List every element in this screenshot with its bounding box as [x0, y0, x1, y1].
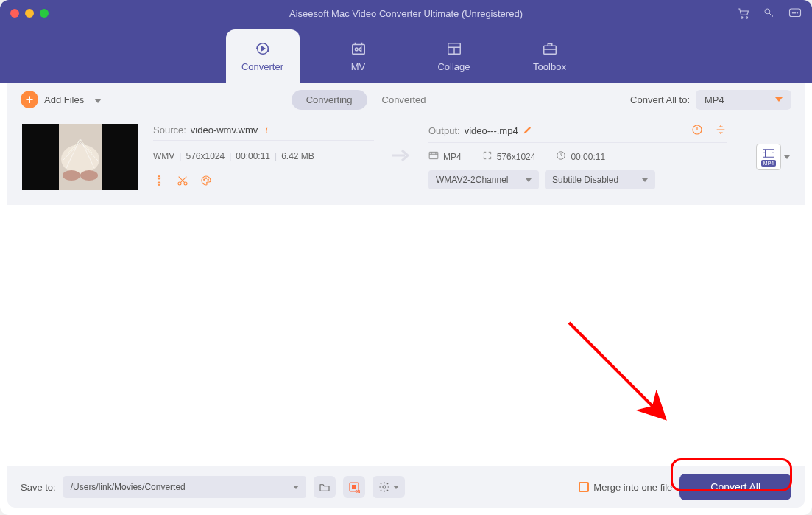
output-label: Output: — [428, 125, 460, 136]
cut-icon[interactable] — [177, 175, 188, 186]
arrow-right-icon — [392, 148, 411, 166]
close-window-button[interactable] — [10, 9, 19, 18]
video-icon — [428, 151, 439, 162]
file-row: Source: video-wmv.wmv i WMV| 576x1024| 0… — [22, 124, 790, 190]
save-to-path-value: /Users/link/Movies/Converted — [71, 482, 186, 492]
feedback-icon[interactable] — [788, 7, 802, 19]
add-files-label: Add Files — [44, 94, 84, 105]
subtitle-value: Subtitle Disabled — [552, 175, 618, 185]
svg-point-19 — [204, 179, 205, 180]
source-duration: 00:00:11 — [236, 151, 270, 161]
svg-point-0 — [741, 17, 743, 18]
tab-toolbox[interactable]: Toolbox — [513, 29, 587, 83]
palette-icon[interactable] — [200, 175, 212, 186]
tab-toolbox-label: Toolbox — [533, 61, 566, 72]
svg-rect-23 — [429, 152, 438, 158]
tab-converted[interactable]: Converted — [367, 90, 441, 110]
svg-point-4 — [792, 13, 794, 14]
audio-track-select[interactable]: WMAV2-2Channel — [428, 170, 539, 189]
key-icon[interactable] — [763, 7, 775, 19]
window-title: Aiseesoft Mac Video Converter Ultimate (… — [0, 8, 812, 19]
video-thumbnail[interactable] — [22, 124, 138, 190]
gpu-accel-button[interactable]: ON — [343, 476, 365, 498]
svg-point-5 — [794, 13, 796, 14]
svg-point-30 — [383, 486, 386, 488]
output-format: MP4 — [443, 152, 462, 162]
svg-rect-11 — [543, 46, 556, 54]
tab-collage-label: Collage — [437, 61, 470, 72]
source-resolution: 576x1024 — [186, 151, 225, 161]
convert-all-format-value: MP4 — [705, 94, 724, 105]
tab-mv[interactable]: MV — [322, 29, 395, 83]
svg-point-2 — [765, 9, 770, 14]
title-bar: Aiseesoft Mac Video Converter Ultimate (… — [0, 0, 812, 27]
source-format: WMV — [153, 151, 174, 161]
svg-point-1 — [746, 17, 747, 18]
sub-toolbar: + Add Files Converting Converted Convert… — [7, 83, 805, 116]
status-toggle: Converting Converted — [292, 90, 441, 110]
edit-icon[interactable] — [523, 125, 533, 137]
convert-all-to-label: Convert All to: — [630, 94, 690, 105]
format-card: MP4 — [756, 144, 781, 170]
svg-point-16 — [80, 170, 98, 181]
maximize-window-button[interactable] — [40, 9, 49, 18]
main-tabs: Converter MV Collage Toolbox — [0, 27, 812, 83]
add-files-button[interactable]: + Add Files — [21, 91, 102, 108]
convert-all-button[interactable]: Convert All — [679, 474, 791, 500]
svg-point-6 — [797, 13, 798, 14]
source-filename: video-wmv.wmv — [191, 125, 258, 136]
plus-icon: + — [21, 91, 38, 108]
annotation-arrow — [562, 315, 679, 433]
source-label: Source: — [153, 125, 186, 136]
subtitle-select[interactable]: Subtitle Disabled — [545, 170, 655, 189]
format-badge: MP4 — [761, 160, 776, 167]
chevron-down-icon — [642, 178, 648, 182]
minimize-window-button[interactable] — [25, 9, 34, 18]
resolution-icon — [482, 150, 493, 163]
svg-point-14 — [61, 144, 99, 174]
tab-mv-label: MV — [351, 61, 366, 72]
merge-checkbox-group[interactable]: Merge into one file — [579, 482, 672, 493]
source-meta: WMV| 576x1024| 00:00:11| 6.42 MB — [153, 151, 374, 161]
svg-point-21 — [208, 179, 208, 180]
warning-icon[interactable] — [691, 124, 703, 138]
source-size: 6.42 MB — [281, 151, 314, 161]
gear-icon — [378, 481, 390, 493]
output-duration: 00:00:11 — [571, 152, 605, 162]
file-list: Source: video-wmv.wmv i WMV| 576x1024| 0… — [7, 116, 805, 205]
chevron-down-icon — [393, 486, 399, 489]
cart-icon[interactable] — [737, 7, 750, 20]
empty-area — [7, 205, 805, 466]
merge-label: Merge into one file — [593, 482, 672, 493]
convert-all-format-select[interactable]: MP4 — [696, 90, 791, 110]
svg-text:ON: ON — [355, 490, 360, 494]
svg-rect-28 — [352, 485, 356, 489]
bottom-bar: Save to: /Users/link/Movies/Converted ON… — [7, 466, 805, 508]
svg-point-9 — [355, 48, 358, 51]
chevron-down-icon — [293, 486, 299, 489]
save-to-path-select[interactable]: /Users/link/Movies/Converted — [63, 476, 306, 498]
info-icon[interactable]: i — [265, 124, 268, 136]
tab-collage[interactable]: Collage — [417, 29, 491, 83]
output-format-picker[interactable]: MP4 — [756, 144, 790, 170]
open-folder-button[interactable] — [314, 476, 336, 498]
output-filename: video---.mp4 — [465, 125, 518, 136]
output-resolution: 576x1024 — [497, 152, 536, 162]
clock-icon — [556, 150, 566, 163]
chevron-down-icon — [784, 155, 790, 159]
svg-point-15 — [63, 170, 80, 181]
chevron-down-icon — [775, 97, 783, 102]
chevron-down-icon — [526, 178, 532, 182]
compress-icon[interactable] — [153, 175, 165, 186]
merge-checkbox[interactable] — [579, 482, 589, 492]
svg-point-20 — [205, 178, 206, 178]
tab-converter[interactable]: Converter — [226, 29, 300, 83]
save-to-label: Save to: — [21, 482, 56, 493]
svg-rect-25 — [763, 149, 774, 157]
chevron-down-icon[interactable] — [94, 94, 102, 105]
svg-line-26 — [569, 323, 665, 418]
tab-converting[interactable]: Converting — [292, 90, 367, 110]
tab-converter-label: Converter — [241, 61, 283, 72]
settings-button[interactable] — [373, 476, 405, 498]
enhance-icon[interactable] — [715, 124, 727, 138]
